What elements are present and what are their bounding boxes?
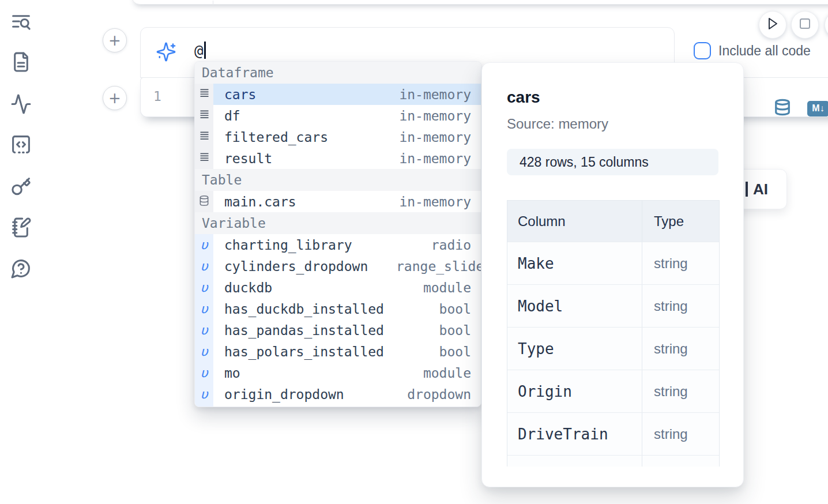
sidebar-file-explorer-button[interactable]: [9, 12, 32, 35]
item-type: in-memory: [396, 130, 471, 145]
autocomplete-item-main.cars[interactable]: main.carsin-memory: [195, 191, 481, 212]
variable-icon: υ: [201, 302, 208, 316]
ai-prompt-input[interactable]: @: [194, 42, 206, 59]
activity-icon: [10, 93, 32, 117]
autocomplete-section-header: Table: [195, 169, 481, 191]
list-search-icon: [10, 12, 32, 35]
database-icon: [198, 194, 210, 210]
sidebar-documentation-button[interactable]: [9, 51, 32, 74]
column-header: Column: [507, 201, 642, 242]
column-name-cell: DriveTrain: [507, 413, 642, 455]
variable-icon: υ: [201, 366, 208, 380]
schema-table-row: Typestring: [507, 328, 719, 370]
notebook-pen-icon: [10, 217, 32, 240]
item-type: bool: [396, 344, 471, 359]
item-name: filtered_cars: [224, 130, 328, 145]
column-name-cell: Type: [507, 328, 642, 370]
add-cell-below-button[interactable]: +: [103, 86, 127, 110]
item-type: bool: [396, 302, 471, 317]
autocomplete-item-has_duckdb_installed[interactable]: υhas_duckdb_installedbool: [195, 298, 481, 319]
item-name: has_pandas_installed: [224, 323, 384, 338]
schema-table-row: Modelstring: [507, 285, 719, 328]
column-type-cell: string: [642, 242, 719, 284]
markdown-cell-icon[interactable]: M↓: [807, 101, 828, 116]
column-type-cell: string: [642, 285, 719, 327]
column-type-cell: string: [642, 413, 719, 455]
add-cell-above-button[interactable]: +: [103, 28, 127, 52]
sidebar-snippets-button[interactable]: [9, 134, 32, 157]
run-cell-button[interactable]: [759, 11, 786, 39]
preview-title: cars: [507, 88, 718, 107]
sidebar-secrets-button[interactable]: [9, 176, 32, 199]
autocomplete-item-has_pandas_installed[interactable]: υhas_pandas_installedbool: [195, 319, 481, 341]
item-type: in-memory: [396, 108, 471, 123]
item-name: cars: [224, 87, 256, 102]
type-header: Type: [642, 201, 719, 242]
sparkles-icon: [156, 42, 176, 62]
item-name: duckdb: [224, 280, 272, 295]
variable-icon: υ: [201, 238, 208, 252]
previous-cell-bottom: [131, 0, 828, 5]
autocomplete-item-df[interactable]: dfin-memory: [195, 105, 481, 126]
autocomplete-item-mo[interactable]: υmomodule: [195, 362, 481, 383]
schema-table-header-row: ColumnType: [507, 201, 719, 242]
schema-table-row-partial: [507, 456, 719, 467]
variable-icon: υ: [201, 259, 208, 273]
autocomplete-item-duckdb[interactable]: υduckdbmodule: [195, 277, 481, 298]
autocomplete-item-filtered_cars[interactable]: filtered_carsin-memory: [195, 126, 481, 148]
column-type-cell: string: [642, 370, 719, 412]
code-snippets-icon: [10, 134, 32, 157]
variable-icon: υ: [201, 323, 208, 337]
item-type: range_slider: [396, 259, 471, 274]
dataframe-icon: [198, 130, 210, 144]
autocomplete-section-header: Variable: [195, 212, 481, 234]
play-icon: [767, 17, 778, 32]
schema-table-row: Makestring: [507, 242, 719, 285]
preview-shape-badge: 428 rows, 15 columns: [507, 149, 718, 175]
autocomplete-item-result[interactable]: resultin-memory: [195, 148, 481, 169]
clipped-letter-stem: [746, 182, 748, 197]
autocomplete-item-pandas[interactable]: υpandasmodule: [195, 405, 481, 407]
item-name: has_duckdb_installed: [224, 302, 384, 317]
preview-schema-table: ColumnTypeMakestringModelstringTypestrin…: [507, 200, 720, 467]
item-name: origin_dropdown: [224, 387, 344, 402]
item-name: mo: [224, 366, 240, 381]
text-caret: [204, 42, 206, 59]
item-name: main.cars: [224, 194, 296, 209]
file-text-icon: [10, 51, 32, 75]
column-name-cell: Model: [507, 285, 642, 327]
item-name: result: [224, 151, 272, 166]
schema-table-row: DriveTrainstring: [507, 413, 719, 456]
item-name: has_polars_installed: [224, 344, 384, 359]
preview-source: Source: memory: [507, 116, 718, 132]
line-number: 1: [153, 89, 161, 104]
item-type: module: [396, 280, 471, 295]
include-all-code-checkbox[interactable]: [694, 42, 711, 59]
sidebar-help-button[interactable]: [9, 258, 32, 281]
autocomplete-item-origin_dropdown[interactable]: υorigin_dropdowndropdown: [195, 383, 481, 405]
item-name: cylinders_dropdown: [224, 259, 368, 274]
autocomplete-section-header: Dataframe: [195, 62, 481, 84]
variable-icon: υ: [201, 280, 208, 295]
sidebar-tracing-button[interactable]: [9, 93, 32, 116]
more-actions-button-partial[interactable]: [825, 11, 828, 39]
sql-cell-database-icon[interactable]: [774, 97, 791, 120]
column-name-cell: Make: [507, 242, 642, 284]
autocomplete-item-cylinders_dropdown[interactable]: υcylinders_dropdownrange_slider: [195, 255, 481, 277]
key-icon: [10, 176, 32, 200]
stop-button[interactable]: [791, 11, 819, 39]
item-type: in-memory: [396, 87, 471, 102]
variable-icon: υ: [201, 344, 208, 359]
item-type: module: [396, 366, 471, 381]
column-type-cell: string: [642, 328, 719, 370]
sidebar-scratchpad-button[interactable]: [9, 217, 32, 240]
item-type: bool: [396, 323, 471, 338]
dataframe-icon: [198, 87, 210, 101]
autocomplete-item-charting_library[interactable]: υcharting_libraryradio: [195, 234, 481, 255]
help-chat-icon: [10, 258, 32, 281]
autocomplete-item-has_polars_installed[interactable]: υhas_polars_installedbool: [195, 341, 481, 362]
item-name: df: [224, 108, 240, 123]
dataframe-icon: [198, 151, 210, 166]
item-type: in-memory: [396, 194, 471, 209]
autocomplete-item-cars[interactable]: carsin-memory: [195, 84, 481, 105]
